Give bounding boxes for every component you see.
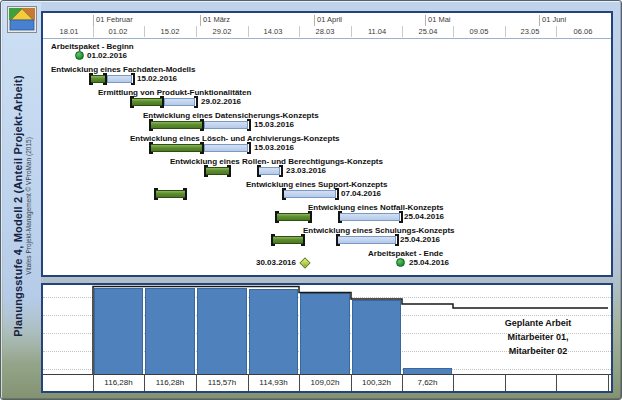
task-bar-actual[interactable] [155,190,186,198]
bar-start-bracket [154,188,158,200]
task-label: Entwicklung eines Fachdaten-Modells [51,65,195,74]
bar-start-bracket [282,188,286,200]
task-date: 07.04.2016 [341,189,381,199]
task-label: Entwicklung eines Support-Konzepts [246,180,387,189]
value-cell-separator [608,374,609,391]
workload-panel: 116,28h116,28h115,57h114,93h109,02h100,3… [41,283,613,393]
bar-start-bracket [89,73,93,85]
workload-bar[interactable] [249,289,298,374]
task-bar-actual[interactable] [150,121,203,129]
bar-start-bracket [257,165,261,177]
bar-start-bracket [338,211,342,223]
workload-legend: Geplante ArbeitMitarbeiter 01,Mitarbeite… [475,316,601,358]
task-date: 15.02.2016 [137,74,177,84]
task-label: Entwicklung eines Rollen- und Berechtigu… [170,157,383,166]
task-label: Entwicklung eines Notfall-Konzepts [308,203,444,212]
task-date: 01.02.2016 [87,51,127,61]
bar-start-bracket [130,96,134,108]
task-date: 25.04.2016 [400,235,440,245]
bar-mid-bracket [200,119,204,131]
task-bar-actual[interactable] [272,236,304,244]
sidebar-title: Planungsstufe 4, Modell 2 (Anteil Projek… [12,75,24,337]
sidebar-subtitle: Vitales Projekt-Management © VProMan (20… [25,137,32,275]
task-label: Entwicklung eines Lösch- und Archivierun… [130,134,340,143]
task-label: Entwicklung eines Schulungs-Konzepts [303,226,455,235]
bar-start-bracket [149,119,153,131]
bar-mid-bracket [200,142,204,154]
workload-bar[interactable] [197,288,247,374]
task-date: 25.04.2016 [409,258,449,268]
task-bar-actual[interactable] [150,144,203,152]
workload-bar[interactable] [94,288,143,374]
task-bar-planned[interactable] [339,213,400,221]
task-bar-planned[interactable] [283,190,336,198]
task-bar-planned[interactable] [107,75,132,83]
sidebar-vertical-text: Planungsstufe 4, Modell 2 (Anteil Projek… [12,75,32,337]
bar-end-bracket [335,188,339,200]
task-date: 25.04.2016 [404,212,444,222]
task-label: Arbeitspaket - Beginn [51,42,134,51]
workload-value-cell [453,375,505,390]
gantt-chart-area: Arbeitspaket - Beginn01.02.2016Entwicklu… [43,13,611,275]
workload-value-cell [556,375,608,390]
legend-line: Geplante Arbeit [475,316,601,330]
task-date: 15.03.2016 [254,120,294,130]
workload-bar[interactable] [352,300,401,374]
task-bar-planned[interactable] [164,98,195,106]
bar-end-bracket [279,165,283,177]
workload-value-cell: 114,93h [248,375,299,390]
task-bar-planned[interactable] [204,121,248,129]
task-bar-planned[interactable] [204,144,248,152]
app-window: Planungsstufe 4, Modell 2 (Anteil Projek… [0,0,622,400]
task-date: 15.03.2016 [254,143,294,153]
bar-mid-bracket [227,165,231,177]
legend-line: Mitarbeiter 01, [475,330,601,344]
bar-end-bracket [194,96,198,108]
bar-mid-bracket [160,96,164,108]
workload-value-cell: 100,32h [351,375,402,390]
workload-bar[interactable] [300,293,350,374]
workload-bar[interactable] [145,288,195,374]
bar-mid-bracket [308,211,312,223]
workload-value-cell: 116,28h [93,375,144,390]
bar-start-bracket [336,234,340,246]
task-date: 29.02.2016 [201,97,241,107]
gantt-panel: 01 Februar01 März01 April01 Mai01 Juni 1… [41,11,613,277]
task-label: Entwicklung eines Datensicherungs-Konzep… [143,111,319,120]
bar-end-bracket [399,211,403,223]
workload-value-cell: 115,57h [196,375,248,390]
bar-end-bracket [131,73,135,85]
bar-end-bracket [395,234,399,246]
task-bar-actual[interactable] [131,98,163,106]
bar-start-bracket [275,211,279,223]
legend-line: Mitarbeiter 02 [475,344,601,358]
task-date: 23.03.2016 [286,166,326,176]
task-bar-planned[interactable] [258,167,280,175]
task-label: Arbeitspaket - Ende [368,249,443,258]
sidebar: Planungsstufe 4, Modell 2 (Anteil Projek… [3,3,41,395]
bar-start-bracket [204,165,208,177]
bar-mid-bracket [103,73,107,85]
workload-value-cell: 109,02h [299,375,351,390]
bar-start-bracket [271,234,275,246]
bar-start-bracket [149,142,153,154]
workload-value-cell: 116,28h [144,375,196,390]
milestone-dot[interactable] [75,51,84,60]
bar-end-bracket [247,142,251,154]
workload-value-cell: 7,62h [402,375,453,390]
task-label: Ermittlung von Produkt-Funktionalitäten [98,88,251,97]
workload-value-cell [505,375,556,390]
bar-mid-bracket [183,188,187,200]
bar-end-bracket [247,119,251,131]
bar-mid-bracket [301,234,305,246]
app-logo-icon [7,6,37,33]
milestone-diamond[interactable] [299,257,310,268]
task-bar-planned[interactable] [337,236,396,244]
milestone-dot[interactable] [396,258,405,267]
task-bar-actual[interactable] [276,213,311,221]
milestone-date: 30.03.2016 [236,258,296,268]
